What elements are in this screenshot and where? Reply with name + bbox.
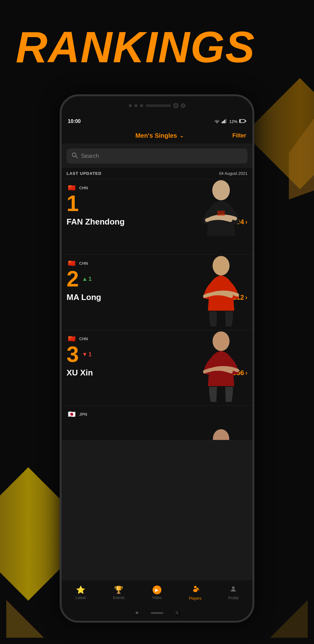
- battery-icon: [239, 119, 246, 124]
- player-2-photo: [190, 255, 252, 330]
- last-updated-bar: LAST UPDATED 04 August 2021: [62, 168, 252, 179]
- filter-button[interactable]: Filter: [232, 132, 246, 139]
- player-3-svg: [190, 330, 252, 402]
- battery-percentage: 12%: [229, 119, 237, 124]
- status-icons: 12%: [214, 119, 246, 124]
- player-1-svg: [190, 179, 252, 252]
- player-4-photo: [190, 406, 252, 440]
- video-icon: ▶: [153, 586, 161, 594]
- bottom-indicator-2: ⧠: [176, 612, 178, 614]
- player-1-name: FAN Zhendong: [67, 217, 125, 227]
- player-2-name: MA Long: [67, 292, 101, 302]
- nav-label-events: Events: [113, 596, 125, 600]
- nav-item-profile[interactable]: Profile: [214, 585, 252, 600]
- player-1-photo: [190, 179, 252, 254]
- nav-item-video[interactable]: ▶ Video: [138, 586, 176, 600]
- svg-rect-5: [240, 120, 241, 122]
- last-updated-label: LAST UPDATED: [67, 171, 101, 176]
- phone-notch: [129, 103, 185, 108]
- player-list: 🇨🇳 CHN 1 FAN Zhendong 12494 ›: [62, 179, 252, 440]
- phone-dot-1: [129, 104, 132, 107]
- player-3-flag: 🇨🇳: [67, 335, 77, 342]
- player-1-country-code: CHN: [79, 186, 88, 190]
- page-title: RANKINGS: [16, 25, 255, 69]
- player-2-rank-change: ▲ 1: [82, 276, 92, 282]
- phone-dot-2: [134, 104, 138, 107]
- svg-point-14: [194, 586, 197, 588]
- last-updated-date: 04 August 2021: [219, 171, 247, 176]
- svg-line-17: [198, 589, 199, 590]
- player-2-country-code: CHN: [79, 261, 88, 266]
- svg-point-9: [212, 180, 230, 200]
- search-bar[interactable]: Search: [67, 148, 247, 164]
- search-icon: [72, 152, 78, 160]
- nav-item-players[interactable]: Players: [176, 585, 214, 601]
- player-4-country-code: JPN: [79, 412, 87, 417]
- player-3-rank: 3: [67, 343, 79, 365]
- events-icon: 🏆: [114, 586, 123, 594]
- phone-vol-button: [60, 159, 60, 184]
- player-card-1[interactable]: 🇨🇳 CHN 1 FAN Zhendong 12494 ›: [62, 179, 252, 255]
- phone-top-bar: [62, 96, 252, 115]
- search-placeholder: Search: [81, 153, 99, 159]
- player-4-flag: 🇯🇵: [67, 411, 77, 418]
- svg-rect-6: [245, 120, 246, 122]
- bottom-nav: ⭐ Latest 🏆 Events ▶ Video: [62, 580, 252, 605]
- phone-power-button: [254, 153, 254, 191]
- player-card-3[interactable]: 🇨🇳 CHN 3 ▼ 1 XU Xin 10356 ›: [62, 330, 252, 406]
- svg-rect-10: [217, 211, 225, 216]
- status-time: 10:00: [68, 119, 81, 124]
- header-title[interactable]: Men's Singles ⌄: [135, 132, 184, 139]
- nav-label-players: Players: [189, 596, 202, 601]
- latest-icon: ⭐: [76, 586, 85, 594]
- nav-label-profile: Profile: [228, 596, 239, 600]
- svg-rect-2: [224, 120, 225, 123]
- app-header: Men's Singles ⌄ Filter: [62, 128, 252, 144]
- corner-decoration-bl: [6, 600, 44, 638]
- svg-rect-1: [223, 121, 224, 123]
- svg-point-12: [213, 331, 230, 351]
- player-3-rank-change-num: 1: [89, 351, 92, 358]
- nav-label-latest: Latest: [75, 596, 86, 600]
- header-category-label: Men's Singles: [135, 132, 177, 139]
- phone-bottom-bar: ‹ ⧠: [62, 605, 252, 621]
- nav-item-events[interactable]: 🏆 Events: [100, 586, 138, 600]
- svg-point-7: [72, 153, 76, 157]
- players-icon: [191, 585, 199, 595]
- phone-sensor: [181, 103, 185, 108]
- wifi-icon: [214, 119, 220, 124]
- svg-rect-3: [225, 119, 226, 123]
- nav-label-video: Video: [152, 596, 162, 600]
- player-3-rank-change: ▼ 1: [82, 351, 92, 358]
- phone-dot-3: [140, 104, 143, 107]
- player-2-flag: 🇨🇳: [67, 260, 77, 267]
- profile-icon: [230, 585, 237, 595]
- player-3-name: XU Xin: [67, 368, 93, 378]
- bottom-indicator-1: ‹: [136, 612, 138, 614]
- signal-icon: [222, 119, 227, 124]
- status-bar: 10:00 12%: [62, 115, 252, 128]
- rank-down-icon: ▼: [82, 351, 88, 358]
- player-1-flag: 🇨🇳: [67, 184, 77, 191]
- svg-line-8: [76, 156, 78, 158]
- player-card-2[interactable]: 🇨🇳 CHN 2 ▲ 1 MA Long 12212 ›: [62, 255, 252, 330]
- player-2-rank-change-num: 1: [89, 276, 92, 282]
- svg-rect-0: [222, 122, 223, 123]
- player-2-svg: [190, 255, 252, 327]
- chevron-down-icon: ⌄: [180, 133, 184, 139]
- corner-decoration-br: [270, 600, 308, 638]
- bottom-home-indicator: [151, 612, 163, 614]
- svg-point-11: [213, 256, 230, 275]
- rank-up-icon: ▲: [82, 276, 88, 282]
- phone-screen: 10:00 12%: [62, 115, 252, 605]
- svg-point-13: [213, 429, 229, 440]
- phone-camera: [173, 103, 178, 108]
- player-card-4[interactable]: 🇯🇵 JPN: [62, 406, 252, 440]
- player-3-country-code: CHN: [79, 336, 88, 341]
- right-accent: [289, 96, 314, 199]
- player-1-rank: 1: [67, 192, 79, 214]
- nav-item-latest[interactable]: ⭐ Latest: [62, 586, 100, 600]
- phone-frame: 10:00 12%: [60, 94, 254, 623]
- player-3-photo: [190, 330, 252, 405]
- phone-speaker: [146, 104, 171, 107]
